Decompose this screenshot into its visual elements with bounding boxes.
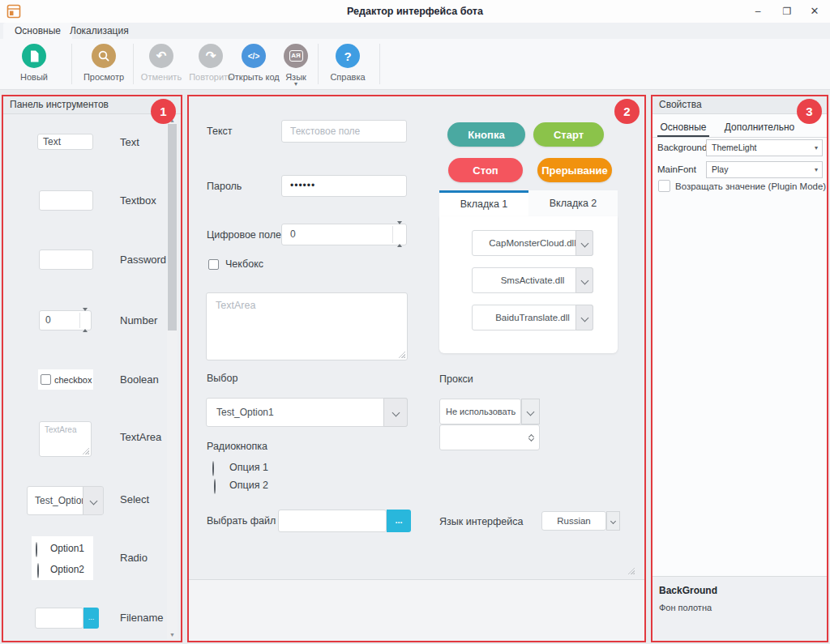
chevron-down-icon[interactable] [383, 398, 408, 427]
mainfont-prop-value: Play [712, 164, 728, 174]
chevron-down-icon[interactable] [575, 267, 593, 293]
tab-localization[interactable]: Локализация [58, 23, 140, 39]
browse-button[interactable]: ... [83, 608, 99, 629]
undo-label: Отменить [135, 72, 187, 82]
radio-option1-label[interactable]: Опция 1 [229, 462, 268, 473]
plugin-mode-checkbox[interactable] [658, 180, 670, 192]
toolbox-textbox-preview[interactable] [39, 190, 93, 211]
canvas-tab-1[interactable]: Вкладка 1 [439, 190, 528, 216]
canvas-bottom-strip [189, 580, 644, 641]
new-label: Новый [6, 72, 62, 82]
toolbox-panel: 1 Панель инструментов Text Text Textbox … [2, 95, 182, 642]
spinner-down-icon[interactable] [529, 432, 533, 443]
checkbox-label: checkbox [54, 375, 92, 385]
plugin-3-value: BaiduTranslate.dll [495, 313, 570, 322]
resize-grip-icon[interactable] [398, 351, 405, 358]
toolbox-item-text[interactable]: Text [120, 136, 139, 148]
toolbox-boolean-preview[interactable]: checkbox [38, 369, 93, 390]
language-button[interactable]: AЯ Язык ▾ [279, 44, 313, 87]
checkbox-field[interactable] [208, 259, 219, 270]
checkbox-field-label: Чекбокс [225, 258, 263, 270]
canvas-resize-grip-icon[interactable] [627, 567, 635, 574]
radio-option2-icon[interactable] [214, 479, 216, 494]
help-button[interactable]: ? Справка [323, 44, 373, 82]
bot-interface-editor-window: Редактор интерфейса бота – ❐ ✕ Основные … [0, 0, 830, 644]
radio-option1-selected-icon[interactable] [212, 461, 214, 476]
proxy-value: Не использовать [446, 407, 516, 416]
password-field[interactable]: •••••• [281, 175, 407, 197]
plugin-select-2[interactable]: SmsActivate.dll [472, 267, 593, 293]
new-button[interactable]: Новый [6, 44, 62, 82]
toolbar-separator [379, 44, 380, 84]
plugin-select-1[interactable]: CapMonsterCloud.dll [472, 230, 593, 256]
start-button[interactable]: Старт [533, 122, 604, 147]
language-icon: AЯ [284, 44, 308, 68]
toolbox-text-preview[interactable]: Text [37, 134, 93, 150]
toolbox-select-preview[interactable]: Test_Option1 [27, 486, 104, 515]
toolbox-item-password[interactable]: Password [120, 254, 166, 266]
scrollbar-thumb[interactable] [168, 124, 177, 331]
number-value: 0 [45, 314, 51, 326]
scroll-down-icon[interactable]: ▼ [167, 632, 178, 638]
toolbox-number-preview[interactable]: 0 [39, 310, 92, 331]
toolbox-scrollbar[interactable]: ▲ ▼ [167, 116, 178, 639]
undo-button[interactable]: ↶ Отменить [135, 44, 187, 82]
toolbox-password-preview[interactable] [39, 249, 93, 270]
text-field[interactable]: Текстовое поле [281, 120, 407, 143]
toolbox-item-radio[interactable]: Radio [120, 552, 148, 564]
toolbox-item-textbox[interactable]: Textbox [120, 194, 156, 207]
code-icon: </> [242, 44, 266, 68]
chevron-down-icon[interactable] [83, 486, 104, 515]
toolbox-radio-preview[interactable]: Option1 Option2 [32, 536, 93, 580]
proxy-spinner[interactable] [439, 424, 540, 450]
toolbox-textarea-preview[interactable]: TextArea [39, 421, 92, 457]
preview-button[interactable]: Просмотр [76, 44, 131, 82]
toolbox-item-boolean[interactable]: Boolean [120, 373, 159, 386]
proxy-select[interactable]: Не использовать [439, 399, 521, 424]
minimize-button[interactable]: – [746, 0, 770, 23]
properties-tab-main[interactable]: Основные [657, 117, 709, 137]
background-prop-label: Background [657, 143, 707, 152]
resize-grip-icon[interactable] [82, 447, 89, 454]
plugin-select-3[interactable]: BaiduTranslate.dll [472, 305, 593, 331]
file-browse-button[interactable]: ... [387, 510, 411, 532]
interrupt-button[interactable]: Прерывание [537, 158, 612, 182]
toolbar-separator [318, 44, 319, 84]
canvas-tab-2[interactable]: Вкладка 2 [528, 190, 618, 216]
file-field[interactable] [278, 510, 387, 532]
toolbox-item-number[interactable]: Number [120, 314, 157, 326]
background-prop-combo[interactable]: ThemeLight ▾ [706, 139, 823, 156]
restore-button[interactable]: ❐ [775, 0, 799, 23]
spinner-down-icon[interactable] [83, 308, 88, 326]
mainfont-prop-label: MainFont [657, 164, 696, 174]
properties-tab-additional[interactable]: Дополнительно [721, 117, 798, 137]
close-button[interactable]: ✕ [802, 0, 827, 23]
chevron-down-icon[interactable] [606, 511, 620, 531]
ribbon-tabstrip: Основные Локализация [0, 23, 830, 39]
radio-option2-label: Option2 [50, 564, 84, 575]
number-field[interactable]: 0 [281, 224, 407, 245]
chevron-down-icon[interactable] [575, 230, 593, 256]
ui-language-label: Язык интерфейса [439, 516, 523, 527]
radio-unselected-icon[interactable] [37, 563, 39, 578]
open-code-button[interactable]: </> Открыть код [225, 44, 283, 82]
window-title: Редактор интерфейса бота [0, 0, 830, 23]
chevron-down-icon[interactable] [521, 399, 540, 424]
toolbox-item-textarea[interactable]: TextArea [120, 431, 161, 443]
properties-panel: 3 Свойства Основные Дополнительно Backgr… [651, 95, 828, 642]
spinner-divider [79, 313, 80, 328]
radio-option2-label[interactable]: Опция 2 [229, 480, 268, 491]
spinner-down-icon[interactable] [397, 220, 402, 241]
toolbox-filename-preview[interactable] [35, 608, 83, 629]
textarea-field[interactable]: TextArea [206, 292, 408, 360]
mainfont-prop-combo[interactable]: Play ▾ [706, 161, 823, 178]
toolbox-item-filename[interactable]: Filename [120, 612, 163, 624]
chevron-down-icon: ▾ [279, 82, 313, 87]
ui-language-select[interactable]: Russian [541, 511, 606, 531]
stop-button[interactable]: Стоп [448, 158, 523, 182]
select-field[interactable]: Test_Option1 [206, 398, 408, 427]
toolbox-item-select[interactable]: Select [120, 493, 149, 505]
custom-button[interactable]: Кнопка [447, 122, 525, 147]
chevron-down-icon[interactable] [575, 305, 593, 331]
radio-selected-icon[interactable] [36, 542, 37, 557]
